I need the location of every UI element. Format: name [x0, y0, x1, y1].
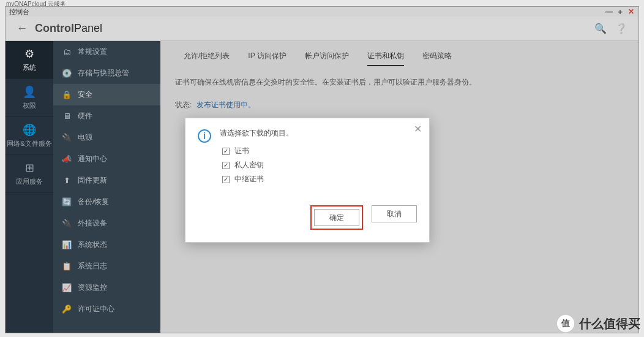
sub-item-label: 资源监控	[78, 282, 107, 293]
watermark-logo-icon: 值	[556, 314, 575, 333]
sub-item-icon: 📋	[62, 262, 72, 271]
sub-item-icon: 💽	[62, 69, 72, 78]
sub-item-icon: 🔌	[62, 219, 72, 229]
sub-menu-item[interactable]: 📈资源监控	[53, 277, 160, 298]
sub-item-label: 固件更新	[78, 175, 107, 186]
sub-item-label: 许可证中心	[78, 304, 114, 314]
sub-item-label: 存储与快照总管	[78, 68, 129, 78]
sub-menu-item[interactable]: 💽存储与快照总管	[53, 62, 160, 84]
sub-item-label: 系统日志	[78, 261, 107, 271]
sub-item-icon: 📊	[62, 240, 72, 250]
sub-menu-item[interactable]: 🔒安全	[53, 84, 160, 105]
checkbox-icon[interactable]: ✓	[222, 176, 230, 183]
rail-item[interactable]: 🌐网络&文件服务	[6, 117, 53, 155]
checkbox-label: 证书	[234, 146, 249, 156]
sub-menu-item[interactable]: 📋系统日志	[53, 256, 160, 277]
checkbox-row[interactable]: ✓证书	[222, 146, 293, 156]
ok-highlight: 确定	[310, 205, 363, 230]
sub-item-label: 常规设置	[78, 47, 107, 57]
tab[interactable]: 允许/拒绝列表	[184, 51, 230, 66]
category-rail: ⚙系统👤权限🌐网络&文件服务⊞应用服务	[6, 41, 53, 333]
sub-menu-item[interactable]: 🗂常规设置	[53, 41, 160, 62]
rail-icon: 👤	[23, 85, 36, 99]
dialog-prompt: 请选择欲下载的项目。	[220, 128, 293, 138]
cancel-button[interactable]: 取消	[372, 205, 417, 222]
info-icon: i	[198, 129, 211, 143]
sub-item-icon: 🔄	[62, 197, 72, 207]
watermark-text: 什么值得买	[579, 316, 640, 332]
sub-item-label: 安全	[78, 89, 92, 100]
sub-item-label: 外接设备	[78, 218, 107, 229]
sub-item-icon: 📣	[62, 154, 72, 164]
rail-label: 网络&文件服务	[7, 139, 51, 148]
checkbox-label: 中继证书	[234, 174, 264, 184]
status-label: 状态:	[175, 100, 192, 110]
sub-item-label: 通知中心	[78, 154, 107, 164]
sub-menu-item[interactable]: ⬆固件更新	[53, 170, 160, 191]
sub-menu-item[interactable]: 🖥硬件	[53, 105, 160, 127]
tab-bar: 允许/拒绝列表IP 访问保护帐户访问保护证书和私钥密码策略	[175, 51, 624, 66]
sub-item-icon: 🗂	[62, 47, 72, 57]
checkbox-icon[interactable]: ✓	[222, 148, 230, 155]
sub-menu-item[interactable]: 🔄备份/恢复	[53, 191, 160, 213]
tab[interactable]: 帐户访问保护	[305, 51, 349, 66]
description-text: 证书可确保在线机密信息在交换时的安全性。在安装证书后，用户可以验证用户服务器身份…	[175, 77, 624, 88]
rail-item[interactable]: ⚙系统	[6, 41, 53, 79]
rail-label: 系统	[23, 63, 36, 72]
sub-menu-item[interactable]: 🔑许可证中心	[53, 298, 160, 320]
watermark: 值 什么值得买	[556, 314, 640, 333]
tab[interactable]: 密码策略	[422, 51, 452, 66]
checkbox-icon[interactable]: ✓	[222, 162, 230, 169]
window-controls: — ＋ ✕	[605, 8, 635, 15]
rail-label: 权限	[23, 101, 36, 110]
sub-item-label: 系统状态	[78, 240, 107, 250]
sub-item-label: 电源	[78, 132, 92, 143]
sub-menu: 🗂常规设置💽存储与快照总管🔒安全🖥硬件🔌电源📣通知中心⬆固件更新🔄备份/恢复🔌外…	[53, 41, 160, 333]
sub-item-icon: 🔒	[62, 90, 72, 100]
panel-header: ← ControlPanel 🔍 ❔	[6, 17, 638, 41]
help-icon[interactable]: ❔	[615, 23, 627, 34]
download-dialog: ✕ i 请选择欲下载的项目。 ✓证书✓私人密钥✓中继证书 确定 取消	[185, 118, 430, 243]
sub-menu-item[interactable]: 📊系统状态	[53, 234, 160, 256]
checkbox-row[interactable]: ✓私人密钥	[222, 160, 293, 170]
rail-label: 应用服务	[16, 177, 43, 186]
sub-menu-item[interactable]: 🔌电源	[53, 127, 160, 148]
rail-icon: ⊞	[25, 161, 34, 175]
back-arrow-icon[interactable]: ←	[17, 22, 28, 35]
maximize-button[interactable]: ＋	[616, 8, 624, 15]
tab[interactable]: IP 访问保护	[248, 51, 286, 66]
sub-item-icon: 📈	[62, 283, 72, 293]
rail-icon: 🌐	[23, 123, 36, 137]
window-title: 控制台	[9, 7, 29, 17]
rail-item[interactable]: 👤权限	[6, 79, 53, 117]
tab[interactable]: 证书和私钥	[367, 51, 404, 66]
sub-menu-item[interactable]: 📣通知中心	[53, 148, 160, 170]
sub-item-label: 备份/恢复	[78, 197, 109, 207]
rail-icon: ⚙	[24, 47, 34, 61]
panel-title: ControlPanel	[35, 22, 102, 35]
sub-item-icon: ⬆	[62, 176, 72, 186]
rail-item[interactable]: ⊞应用服务	[6, 155, 53, 193]
sub-menu-item[interactable]: 🔌外接设备	[53, 213, 160, 234]
title-bar: 控制台 — ＋ ✕	[6, 7, 638, 17]
search-icon[interactable]: 🔍	[594, 23, 607, 34]
ok-button[interactable]: 确定	[314, 209, 359, 226]
checkbox-row[interactable]: ✓中继证书	[222, 174, 293, 184]
status-row: 状态: 发布证书使用中。	[175, 100, 624, 110]
close-button[interactable]: ✕	[627, 8, 635, 15]
sub-item-icon: 🖥	[62, 112, 72, 121]
sub-item-label: 硬件	[78, 111, 92, 121]
checkbox-label: 私人密钥	[234, 160, 264, 170]
minimize-button[interactable]: —	[605, 8, 613, 15]
status-value: 发布证书使用中。	[197, 100, 255, 110]
sub-item-icon: 🔑	[62, 305, 72, 314]
sub-item-icon: 🔌	[62, 133, 72, 143]
dialog-close-icon[interactable]: ✕	[414, 123, 422, 135]
